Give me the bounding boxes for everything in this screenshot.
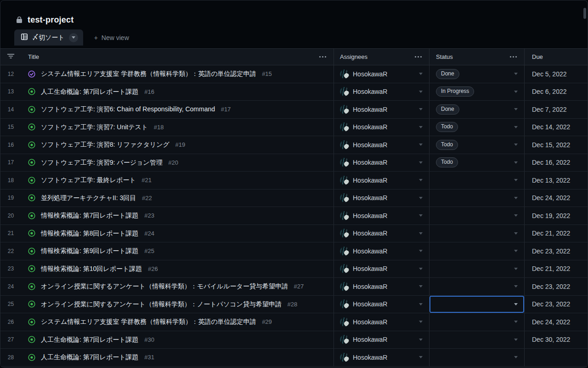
status-cell[interactable] bbox=[429, 207, 524, 224]
title-cell[interactable]: 人工生命概論: 第7回レポート課題 #30 bbox=[21, 331, 334, 349]
assignee-cell[interactable]: HosokawaR bbox=[334, 278, 429, 295]
assignee-cell[interactable]: HosokawaR bbox=[334, 260, 429, 278]
vertical-scrollbar-thumb[interactable] bbox=[583, 8, 586, 19]
assignee-cell[interactable]: HosokawaR bbox=[334, 190, 429, 207]
issue-title[interactable]: ソフトウェア工学: 演習8: リファクタリング bbox=[41, 141, 170, 148]
issue-title[interactable]: オンライン授業に関するアンケート（情報科学類）：ノートパソコン貸与希望申請 bbox=[41, 300, 282, 308]
title-cell[interactable]: 情報検索概論: 第9回レポート課題 #25 bbox=[21, 242, 334, 260]
status-cell[interactable] bbox=[429, 260, 524, 278]
due-date-cell[interactable]: Dec 16, 2022 bbox=[524, 154, 588, 172]
assignee-cell[interactable]: HosokawaR bbox=[334, 349, 429, 366]
due-date-cell[interactable]: Dec 15, 2022 bbox=[524, 136, 588, 154]
status-cell[interactable] bbox=[429, 296, 524, 313]
due-date-cell[interactable]: Dec 19, 2022 bbox=[524, 207, 588, 224]
assignee-cell[interactable]: HosokawaR bbox=[334, 172, 429, 189]
title-column-menu-icon[interactable] bbox=[318, 54, 327, 59]
due-date-cell[interactable] bbox=[524, 349, 588, 366]
due-date-cell[interactable]: Dec 21, 2022 bbox=[524, 260, 588, 278]
issue-title[interactable]: ソフトウェア工学: 演習7: Unitテスト bbox=[41, 123, 148, 131]
new-view-button[interactable]: + New view bbox=[90, 30, 134, 46]
title-cell[interactable]: 並列処理アーキテクチャII: 3回目 #22 bbox=[21, 190, 334, 207]
status-cell[interactable]: In Progress bbox=[429, 83, 524, 101]
issue-title[interactable]: 情報検索概論: 第10回レポート課題 bbox=[41, 265, 142, 272]
status-cell[interactable] bbox=[429, 172, 524, 189]
due-date-cell[interactable]: Dec 24, 2022 bbox=[524, 313, 588, 331]
issue-title[interactable]: 情報検索概論: 第9回レポート課題 bbox=[41, 247, 139, 254]
assignee-cell[interactable]: HosokawaR bbox=[334, 65, 429, 83]
issue-title[interactable]: 人工生命概論: 第7回レポート課題 bbox=[41, 88, 139, 95]
issue-title[interactable]: 情報検索概論: 第8回レポート課題 bbox=[41, 230, 139, 237]
due-date-cell[interactable]: Dec 21, 2022 bbox=[524, 225, 588, 242]
issue-title[interactable]: ソフトウェア工学: 演習9: バージョン管理 bbox=[41, 159, 163, 166]
title-cell[interactable]: 情報検索概論: 第10回レポート課題 #26 bbox=[21, 260, 334, 278]
assignee-cell[interactable]: HosokawaR bbox=[334, 331, 429, 349]
issue-title[interactable]: ソフトウェア工学: 演習6: Chain of Responsibility, … bbox=[41, 105, 215, 113]
issue-title[interactable]: 人工生命概論: 第7回レポート課題 bbox=[41, 353, 139, 361]
assignee-cell[interactable]: HosokawaR bbox=[334, 313, 429, 331]
assignee-cell[interactable]: HosokawaR bbox=[334, 154, 429, 172]
column-header-title[interactable]: Title bbox=[21, 49, 334, 65]
assignee-cell[interactable]: HosokawaR bbox=[334, 101, 429, 118]
title-cell[interactable]: システム情報エリア支援室 学群教務（情報科学類）：英語の単位認定申請 #29 bbox=[21, 313, 334, 331]
status-cell[interactable]: Todo bbox=[429, 154, 524, 172]
title-cell[interactable]: 情報検索概論: 第8回レポート課題 #24 bbox=[21, 225, 334, 242]
assignee-cell[interactable]: HosokawaR bbox=[334, 83, 429, 101]
assignee-cell[interactable]: HosokawaR bbox=[334, 207, 429, 224]
issue-title[interactable]: システム情報エリア支援室 学群教務（情報科学類）：英語の単位認定申請 bbox=[41, 70, 256, 77]
assignees-column-menu-icon[interactable] bbox=[414, 54, 423, 59]
title-cell[interactable]: システム情報エリア支援室 学群教務（情報科学類）：英語の単位認定申請 #15 bbox=[21, 65, 334, 83]
assignee-cell[interactable]: HosokawaR bbox=[334, 119, 429, 136]
title-cell[interactable]: 情報検索概論: 第7回レポート課題 #23 bbox=[21, 207, 334, 224]
status-cell[interactable] bbox=[429, 349, 524, 366]
title-cell[interactable]: ソフトウェア工学: 最終レポート #21 bbox=[21, 172, 334, 189]
issue-title[interactable]: 並列処理アーキテクチャII: 3回目 bbox=[41, 194, 136, 201]
title-cell[interactable]: 人工生命概論: 第7回レポート課題 #31 bbox=[21, 349, 334, 366]
title-cell[interactable]: ソフトウェア工学: 演習6: Chain of Responsibility, … bbox=[21, 101, 334, 118]
due-date-cell[interactable]: Dec 5, 2022 bbox=[524, 65, 588, 83]
due-date-cell[interactable]: Dec 23, 2022 bbox=[524, 242, 588, 260]
status-cell[interactable]: Done bbox=[429, 101, 524, 118]
status-cell[interactable] bbox=[429, 242, 524, 260]
status-cell[interactable] bbox=[429, 190, 524, 207]
column-header-status[interactable]: Status bbox=[429, 49, 524, 65]
title-cell[interactable]: 人工生命概論: 第7回レポート課題 #16 bbox=[21, 83, 334, 101]
status-cell[interactable]: Done bbox=[429, 65, 524, 83]
table-row: 24 オンライン授業に関するアンケート（情報科学類）：モバイルルーター貸与希望申… bbox=[0, 278, 588, 296]
assignee-cell[interactable]: HosokawaR bbox=[334, 296, 429, 313]
issue-number: #24 bbox=[143, 230, 154, 237]
status-cell[interactable] bbox=[429, 331, 524, 349]
due-date-cell[interactable]: Dec 14, 2022 bbox=[524, 119, 588, 136]
status-cell[interactable] bbox=[429, 225, 524, 242]
due-date-cell[interactable]: Dec 30, 2022 bbox=[524, 331, 588, 349]
due-date-cell[interactable]: Dec 6, 2022 bbox=[524, 83, 588, 101]
due-date-cell[interactable]: Dec 23, 2022 bbox=[524, 296, 588, 313]
title-cell[interactable]: オンライン授業に関するアンケート（情報科学類）：ノートパソコン貸与希望申請 #2… bbox=[21, 296, 334, 313]
title-cell[interactable]: オンライン授業に関するアンケート（情報科学類）：モバイルルーター貸与希望申請 #… bbox=[21, 278, 334, 295]
title-cell[interactable]: ソフトウェア工学: 演習8: リファクタリング #19 bbox=[21, 136, 334, 154]
due-date-cell[interactable]: Dec 7, 2022 bbox=[524, 101, 588, 118]
assignee-cell[interactable]: HosokawaR bbox=[334, 242, 429, 260]
column-header-due[interactable]: Due bbox=[524, 49, 588, 65]
title-cell[interactable]: ソフトウェア工学: 演習9: バージョン管理 #20 bbox=[21, 154, 334, 172]
status-cell[interactable] bbox=[429, 313, 524, 331]
issue-title[interactable]: ソフトウェア工学: 最終レポート bbox=[41, 176, 136, 184]
view-options-button[interactable] bbox=[69, 33, 78, 42]
issue-title[interactable]: オンライン授業に関するアンケート（情報科学類）：モバイルルーター貸与希望申請 bbox=[41, 282, 288, 290]
assignee-cell[interactable]: HosokawaR bbox=[334, 136, 429, 154]
column-header-assignees[interactable]: Assignees bbox=[334, 49, 429, 65]
status-column-menu-icon[interactable] bbox=[509, 54, 518, 59]
chevron-down-icon bbox=[419, 339, 423, 341]
status-cell[interactable]: Todo bbox=[429, 136, 524, 154]
due-date-cell[interactable]: Dec 23, 2022 bbox=[524, 278, 588, 295]
status-cell[interactable]: Todo bbox=[429, 119, 524, 136]
status-cell[interactable] bbox=[429, 278, 524, 295]
filter-icon[interactable] bbox=[7, 53, 15, 61]
title-cell[interactable]: ソフトウェア工学: 演習7: Unitテスト #18 bbox=[21, 119, 334, 136]
due-date-cell[interactable]: Dec 13, 2022 bbox=[524, 172, 588, 189]
issue-title[interactable]: 情報検索概論: 第7回レポート課題 bbox=[41, 212, 139, 219]
tab-deadline-sort-view[interactable]: 〆切ソート bbox=[14, 29, 83, 46]
assignee-cell[interactable]: HosokawaR bbox=[334, 225, 429, 242]
issue-title[interactable]: システム情報エリア支援室 学群教務（情報科学類）：英語の単位認定申請 bbox=[41, 318, 256, 325]
issue-title[interactable]: 人工生命概論: 第7回レポート課題 bbox=[41, 336, 139, 343]
due-date-cell[interactable]: Dec 24, 2022 bbox=[524, 190, 588, 207]
